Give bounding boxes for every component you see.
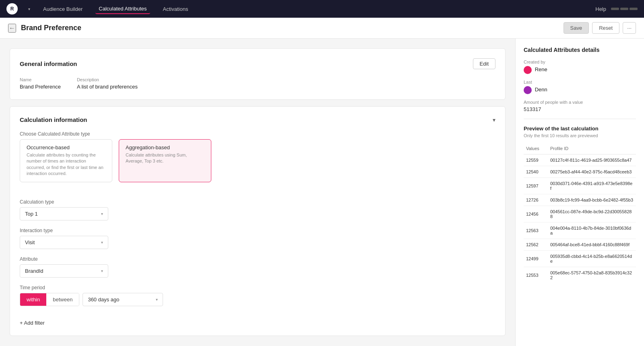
- name-value: Brand Preference: [20, 84, 61, 90]
- row-profile-id: 004561cc-087e-49de-bc9d-22d300558288: [548, 206, 636, 222]
- panel-title: Calculated Attributes details: [524, 47, 636, 53]
- description-value: A list of brand preferences: [77, 84, 138, 90]
- calculation-section: Calculation information ▾ Choose Calcula…: [10, 106, 506, 336]
- preview-table: Values Profile ID 12559 00127c4f-811c-46…: [524, 143, 636, 283]
- amount-label: Amount of people with a value: [524, 100, 636, 105]
- calc-type-chevron-icon: ▾: [101, 212, 103, 216]
- occurrence-based-button[interactable]: Occurrence-based Calculate attributes by…: [20, 139, 112, 182]
- row-value: 12553: [524, 267, 548, 284]
- edit-button[interactable]: Edit: [473, 58, 495, 69]
- time-period-row: Time period within between 360 days ago …: [20, 285, 495, 306]
- attribute-chevron-icon: ▾: [101, 269, 103, 273]
- aggregation-title: Aggregation-based: [126, 144, 204, 150]
- within-button[interactable]: within: [20, 293, 46, 306]
- row-value: 12563: [524, 222, 548, 239]
- calc-type-value: Top 1: [25, 211, 38, 217]
- calc-section-header: Calculation information ▾: [20, 116, 495, 123]
- interaction-type-row: Interaction type Visit ▾: [20, 228, 495, 249]
- occurrence-desc: Calculate attributes by counting the num…: [27, 152, 105, 177]
- reset-button[interactable]: Reset: [592, 22, 619, 34]
- table-row: 12456 004561cc-087e-49de-bc9d-22d3005582…: [524, 206, 636, 222]
- help-link[interactable]: Help: [595, 6, 606, 12]
- calc-type-select[interactable]: Top 1 ▾: [20, 207, 108, 220]
- nav-audience-builder[interactable]: Audience Builder: [40, 4, 86, 14]
- general-section-header: General information Edit: [20, 58, 495, 69]
- row-profile-id: 005464af-bce8-41ed-bbbf-4160c88f469f: [548, 239, 636, 251]
- created-by-label: Created by: [524, 60, 636, 64]
- nav-activations[interactable]: Activations: [160, 4, 192, 14]
- last-avatar: [524, 86, 532, 94]
- type-selector-row: Choose Calculated Attribute type Occurre…: [20, 131, 495, 192]
- general-information-card: General information Edit Name Brand Pref…: [10, 48, 506, 100]
- attribute-value: BrandId: [25, 268, 43, 274]
- panel-divider: [524, 119, 636, 119]
- logo[interactable]: R: [6, 3, 18, 14]
- nav-right: Help: [595, 6, 638, 12]
- row-profile-id: 005e68ec-5757-4750-b2a8-835b3914c322: [548, 267, 636, 284]
- last-name: Denn: [535, 86, 547, 93]
- page-title: Brand Preference: [21, 24, 81, 32]
- more-button[interactable]: ···: [623, 22, 636, 34]
- interaction-value: Visit: [25, 239, 35, 245]
- table-row: 12553 005e68ec-5757-4750-b2a8-835b3914c3…: [524, 267, 636, 284]
- collapse-icon[interactable]: ▾: [493, 117, 495, 123]
- time-chevron-icon: ▾: [156, 297, 158, 302]
- time-toggle-group: within between: [20, 293, 79, 306]
- content-area: General information Edit Name Brand Pref…: [0, 39, 515, 346]
- right-panel: Calculated Attributes details Created by…: [515, 39, 644, 346]
- nav-bar-2: [620, 8, 628, 10]
- nav-bar-1: [611, 8, 619, 10]
- type-buttons: Occurrence-based Calculate attributes by…: [20, 139, 495, 182]
- row-profile-id: 0030d371-046e-4391-a919-473e5e8398ef: [548, 178, 636, 194]
- preview-subtitle: Only the first 10 results are previewed: [524, 133, 636, 138]
- general-section-title: General information: [20, 60, 77, 67]
- row-profile-id: 00127c4f-811c-4619-ad25-9f03655c8a47: [548, 154, 636, 166]
- attribute-row: Attribute BrandId ▾: [20, 256, 495, 278]
- general-fields: Name Brand Preference Description A list…: [20, 77, 495, 90]
- description-field: Description A list of brand preferences: [77, 77, 138, 90]
- table-row: 12563 004e004a-8110-4b7b-84de-3010bf0636…: [524, 222, 636, 239]
- created-by-name: Rene: [535, 66, 547, 72]
- page-header: ← Brand Preference Save Reset ···: [0, 18, 644, 39]
- table-row: 12726 003b8c19-fc99-4aa9-bcbb-6e2482-4f5…: [524, 194, 636, 206]
- logo-text: R: [10, 6, 14, 12]
- interaction-label: Interaction type: [20, 228, 495, 233]
- row-value: 12456: [524, 206, 548, 222]
- calc-section-title: Calculation information: [20, 116, 87, 123]
- time-value-select[interactable]: 360 days ago ▾: [83, 293, 163, 306]
- row-profile-id: 004e004a-8110-4b7b-84de-3010bf0636da: [548, 222, 636, 239]
- created-by-group: Created by Rene: [524, 60, 636, 74]
- nav-calculated-attributes[interactable]: Calculated Attributes: [95, 4, 150, 14]
- calc-type-row: Calculation type Top 1 ▾: [20, 199, 495, 220]
- description-label: Description: [77, 77, 138, 82]
- table-row: 12559 00127c4f-811c-4619-ad25-9f03655c8a…: [524, 154, 636, 166]
- top-navigation: R ▾ Audience Builder Calculated Attribut…: [0, 0, 644, 18]
- row-value: 12499: [524, 251, 548, 267]
- add-filter-link[interactable]: + Add filter: [20, 320, 45, 326]
- name-label: Name: [20, 77, 61, 82]
- save-button[interactable]: Save: [564, 22, 589, 34]
- values-header: Values: [524, 143, 548, 154]
- row-value: 12559: [524, 154, 548, 166]
- time-value: 360 days ago: [88, 297, 119, 303]
- last-group: Last Denn: [524, 80, 636, 94]
- time-period-label: Time period: [20, 285, 495, 290]
- attribute-select[interactable]: BrandId ▾: [20, 264, 108, 278]
- row-profile-id: 00275eb3-af44-40e2-975c-f6acd48ceeb3: [548, 166, 636, 178]
- amount-value: 513317: [524, 106, 636, 112]
- row-value: 12540: [524, 166, 548, 178]
- interaction-chevron-icon: ▾: [101, 240, 103, 245]
- row-profile-id: 005935d8-cbbd-4c14-b25b-e8a6620514de: [548, 251, 636, 267]
- last-label: Last: [524, 80, 636, 84]
- back-button[interactable]: ←: [8, 24, 16, 33]
- attribute-label: Attribute: [20, 256, 495, 262]
- interaction-select[interactable]: Visit ▾: [20, 236, 108, 249]
- name-field: Name Brand Preference: [20, 77, 61, 90]
- type-label: Choose Calculated Attribute type: [20, 131, 495, 137]
- aggregation-desc: Calculate attributes using Sum, Average,…: [126, 152, 204, 165]
- between-button[interactable]: between: [46, 293, 79, 306]
- logo-chevron-icon[interactable]: ▾: [28, 7, 30, 11]
- row-profile-id: 003b8c19-fc99-4aa9-bcbb-6e2482-4f55b3: [548, 194, 636, 206]
- aggregation-based-button[interactable]: Aggregation-based Calculate attributes u…: [119, 139, 211, 182]
- row-value: 12562: [524, 239, 548, 251]
